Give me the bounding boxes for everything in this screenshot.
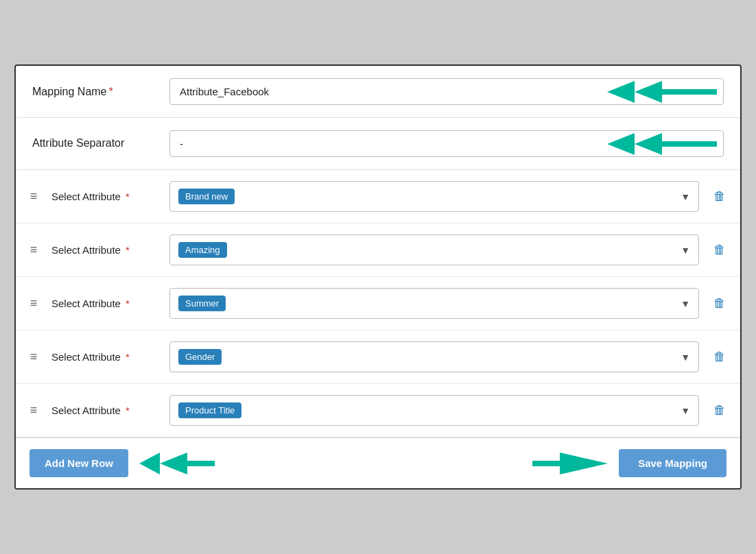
attr-select-wrapper-1: Amazing ▼ <box>169 234 699 265</box>
attr-select-0[interactable]: Brand new ▼ <box>169 181 699 212</box>
attr-tag-3: Gender <box>178 349 222 365</box>
chevron-down-icon: ▼ <box>681 298 690 309</box>
attr-select-wrapper-4: Product Title ▼ <box>169 395 699 426</box>
delete-row-button-0[interactable]: 🗑 <box>707 186 732 206</box>
attr-select-wrapper-2: Summer ▼ <box>169 288 699 319</box>
mapping-name-input-wrapper <box>169 78 724 105</box>
svg-marker-1 <box>607 81 635 103</box>
drag-handle-icon[interactable]: ≡ <box>24 403 43 418</box>
svg-marker-6 <box>532 453 608 474</box>
attr-select-4[interactable]: Product Title ▼ <box>169 395 699 426</box>
chevron-down-icon: ▼ <box>681 352 690 363</box>
attr-select-wrapper-3: Gender ▼ <box>169 341 699 372</box>
separator-row: Attribute Separator <box>16 118 740 170</box>
attr-tag-4: Product Title <box>178 402 241 418</box>
attr-tag-0: Brand new <box>178 189 235 204</box>
attr-tag-1: Amazing <box>178 242 227 258</box>
add-row-arrow-icon <box>139 451 215 476</box>
attribute-row: ≡ Select Attribute * Gender ▼ 🗑 <box>16 330 740 384</box>
attr-select-3[interactable]: Gender ▼ <box>169 341 699 372</box>
chevron-down-icon: ▼ <box>681 245 690 256</box>
attr-select-wrapper-0: Brand new ▼ <box>169 181 699 212</box>
svg-marker-2 <box>635 133 717 155</box>
mapping-name-row: Mapping Name* <box>16 66 740 118</box>
attribute-row: ≡ Select Attribute * Product Title ▼ 🗑 <box>16 384 740 437</box>
footer-row: Add New Row Save Mapping <box>16 437 740 488</box>
mapping-name-label: Mapping Name* <box>32 86 169 98</box>
delete-row-button-3[interactable]: 🗑 <box>707 347 732 367</box>
delete-row-button-4[interactable]: 🗑 <box>707 400 732 420</box>
attr-label-3: Select Attribute * <box>51 351 161 363</box>
mapping-name-arrow-icon <box>607 80 717 104</box>
attr-tag-2: Summer <box>178 296 226 311</box>
save-mapping-button[interactable]: Save Mapping <box>619 449 727 477</box>
separator-label: Attribute Separator <box>32 136 169 151</box>
attribute-row: ≡ Select Attribute * Amazing ▼ 🗑 <box>16 224 740 277</box>
chevron-down-icon: ▼ <box>681 191 690 202</box>
delete-row-button-2[interactable]: 🗑 <box>707 293 732 313</box>
attribute-row: ≡ Select Attribute * Summer ▼ 🗑 <box>16 277 740 330</box>
separator-arrow-icon <box>607 132 717 156</box>
drag-handle-icon[interactable]: ≡ <box>24 243 43 257</box>
separator-input-wrapper <box>169 130 724 157</box>
main-container: Mapping Name* Attribute Separator ≡ <box>14 64 742 490</box>
delete-row-button-1[interactable]: 🗑 <box>707 240 732 260</box>
svg-marker-5 <box>139 453 160 474</box>
attr-select-2[interactable]: Summer ▼ <box>169 288 699 319</box>
add-new-row-button[interactable]: Add New Row <box>29 449 128 477</box>
drag-handle-icon[interactable]: ≡ <box>24 296 43 311</box>
drag-handle-icon[interactable]: ≡ <box>24 189 43 204</box>
attr-select-1[interactable]: Amazing ▼ <box>169 234 699 265</box>
attr-label-2: Select Attribute * <box>51 298 161 309</box>
svg-marker-3 <box>607 133 635 155</box>
attribute-rows-section: ≡ Select Attribute * Brand new ▼ 🗑 ≡ Sel… <box>16 170 740 437</box>
attr-label-4: Select Attribute * <box>51 405 161 416</box>
attr-label-0: Select Attribute * <box>51 191 161 202</box>
svg-marker-0 <box>635 81 717 103</box>
chevron-down-icon: ▼ <box>681 405 690 416</box>
footer-right: Save Mapping <box>532 449 727 477</box>
svg-marker-4 <box>160 453 215 474</box>
drag-handle-icon[interactable]: ≡ <box>24 350 43 364</box>
save-arrow-icon <box>532 451 608 476</box>
attribute-row: ≡ Select Attribute * Brand new ▼ 🗑 <box>16 170 740 224</box>
attr-label-1: Select Attribute * <box>51 244 161 256</box>
footer-left: Add New Row <box>29 449 215 477</box>
